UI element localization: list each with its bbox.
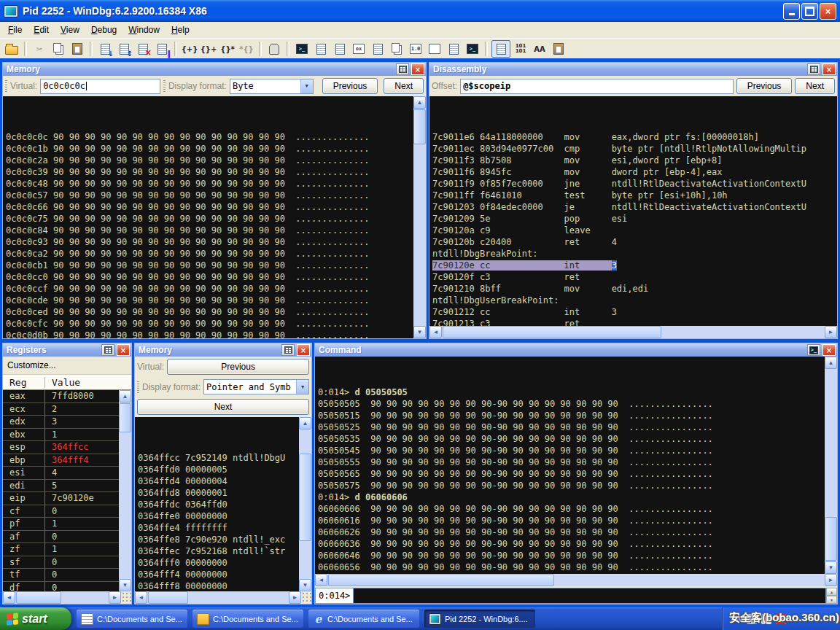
register-row[interactable]: zf1 <box>3 543 119 556</box>
assembly-options-icon[interactable]: 101 101 <box>512 41 529 57</box>
virtual-address-input[interactable]: 0c0c0c0c <box>40 79 160 94</box>
scroll-up-icon[interactable]: ▲ <box>825 357 837 369</box>
vertical-scrollbar[interactable]: ▲ ▼ <box>299 417 311 591</box>
disassembly-listing[interactable]: 7c9011e6 64a118000000 mov eax,dword ptr … <box>429 96 837 326</box>
cut-icon[interactable]: ✂ <box>31 41 48 57</box>
source-mode-icon[interactable] <box>491 40 510 58</box>
scroll-right-icon[interactable]: ► <box>289 591 301 604</box>
menu-item[interactable]: Window <box>122 23 166 37</box>
close-icon[interactable]: × <box>822 63 836 75</box>
customize-button[interactable]: Customize... <box>3 357 131 375</box>
step-out-icon[interactable]: {}* <box>219 41 236 57</box>
vertical-scrollbar[interactable]: ▲ ▼ <box>119 390 131 591</box>
menu-item[interactable]: View <box>55 23 85 37</box>
command-window-icon[interactable]: >_ <box>293 41 311 57</box>
command-dock-icon[interactable]: >_ <box>807 344 820 356</box>
taskbar-task-button[interactable]: C:\Documents and Se... <box>77 610 187 628</box>
close-icon[interactable]: × <box>117 344 130 356</box>
scroll-up-icon[interactable]: ▲ <box>413 96 426 109</box>
next-button[interactable]: Next <box>137 399 309 415</box>
disassembly-row[interactable]: 7c901209 5e pop esi <box>432 213 837 225</box>
horizontal-scrollbar[interactable]: ◄ ► <box>429 326 837 338</box>
tray-icon[interactable] <box>761 614 771 624</box>
go-icon[interactable]: ↓ <box>96 41 114 57</box>
start-button[interactable]: start <box>0 607 71 630</box>
register-row[interactable]: sf0 <box>3 556 119 569</box>
horizontal-scrollbar[interactable]: ◄ ► <box>3 591 131 604</box>
disassembly-row[interactable]: 7c90120e cc int 3 <box>432 260 837 271</box>
command-panel-titlebar[interactable]: Command >_ × <box>315 343 837 357</box>
memory2-panel-titlebar[interactable]: Memory × <box>135 343 311 357</box>
call-stack-window-icon[interactable] <box>388 41 405 57</box>
language-indicator[interactable]: EN <box>731 615 742 623</box>
break-icon[interactable] <box>265 41 283 57</box>
drag-grip[interactable] <box>137 381 139 393</box>
register-row[interactable]: edi5 <box>3 480 119 493</box>
previous-button[interactable]: Previous <box>736 78 793 94</box>
register-row[interactable]: eip7c90120e <box>3 492 119 505</box>
open-source-file-icon[interactable] <box>3 41 20 57</box>
drag-grip[interactable] <box>5 80 7 92</box>
command-output[interactable]: 0:014> d 0505050505050505 90 90 90 90 90… <box>315 357 825 574</box>
dock-icon[interactable] <box>807 63 820 75</box>
close-button[interactable]: × <box>820 3 836 20</box>
scroll-up-icon[interactable]: ▲ <box>299 417 311 429</box>
taskbar-task-button[interactable]: e C:\Documents and Se... <box>308 610 419 628</box>
disassembly-row[interactable]: 7c90120f c3 ret <box>432 271 837 283</box>
tray-icon[interactable] <box>776 614 786 624</box>
options-icon[interactable] <box>550 41 567 57</box>
restore-button[interactable] <box>801 3 818 20</box>
horizontal-scrollbar[interactable]: ◄ ► <box>315 574 837 586</box>
command-browser-icon[interactable]: >_ <box>464 41 481 57</box>
display-format-select[interactable]: Pointer and Symb ▼ <box>203 379 309 394</box>
disassembly-row[interactable]: 7c9011f9 0f85f7ec0000 jne ntdll!RtlDeact… <box>432 178 837 190</box>
register-row[interactable]: tf0 <box>3 569 119 582</box>
disassembly-row[interactable]: 7c9011ec 803d94e0977c00 cmp byte ptr [nt… <box>432 143 837 155</box>
register-row[interactable]: ecx2 <box>3 403 119 416</box>
memory-window-icon[interactable] <box>369 41 386 57</box>
dock-icon[interactable] <box>396 63 409 75</box>
register-row[interactable]: esp364ffcc <box>3 441 119 454</box>
paste-icon[interactable] <box>69 41 86 57</box>
menu-item[interactable]: Debug <box>85 23 122 37</box>
menu-item[interactable]: Edit <box>28 23 55 37</box>
scratch-pad-icon[interactable] <box>426 41 443 57</box>
scroll-left-icon[interactable]: ◄ <box>135 591 147 604</box>
command-history-spinner[interactable]: ▲▼ <box>826 588 837 604</box>
scroll-left-icon[interactable]: ◄ <box>429 326 442 338</box>
disassembly-row[interactable]: 7c901203 0f84edec0000 je ntdll!RtlDeacti… <box>432 201 837 213</box>
chevron-down-icon[interactable]: ▼ <box>296 380 308 394</box>
register-row[interactable]: ebp364fff4 <box>3 454 119 467</box>
scroll-left-icon[interactable]: ◄ <box>315 574 327 586</box>
previous-button[interactable]: Previous <box>167 359 309 375</box>
display-format-select[interactable]: Byte ▼ <box>230 79 314 94</box>
menu-item[interactable]: Help <box>166 23 195 37</box>
offset-input[interactable]: @$scopeip <box>460 79 733 94</box>
watch-window-icon[interactable] <box>312 41 330 57</box>
detach-icon[interactable]: ‖ <box>153 41 171 57</box>
resize-grip[interactable] <box>121 591 131 604</box>
chevron-down-icon[interactable]: ▼ <box>300 79 313 93</box>
scroll-right-icon[interactable]: ► <box>825 574 837 586</box>
next-button[interactable]: Next <box>795 78 835 94</box>
scroll-up-icon[interactable]: ▲ <box>119 390 131 402</box>
register-row[interactable]: eax7ffd8000 <box>3 390 119 403</box>
disassembly-row[interactable]: ntdll!DbgUserBreakPoint: <box>432 295 837 306</box>
resize-grip[interactable] <box>301 591 311 604</box>
scroll-down-icon[interactable]: ▼ <box>825 561 837 574</box>
dock-icon[interactable] <box>281 344 295 356</box>
vertical-scrollbar[interactable]: ▲ ▼ <box>413 96 426 338</box>
scroll-left-icon[interactable]: ◄ <box>3 591 15 604</box>
scroll-down-icon[interactable]: ▼ <box>299 579 311 591</box>
disassembly-row[interactable]: 7c9011f3 8b7508 mov esi,dword ptr [ebp+8… <box>432 155 837 166</box>
restart-icon[interactable]: ↕ <box>115 41 133 57</box>
vertical-scrollbar[interactable]: ▲ ▼ <box>825 357 837 574</box>
register-row[interactable]: esi4 <box>3 467 119 480</box>
step-into-icon[interactable]: {+} <box>181 41 198 57</box>
registers-panel-titlebar[interactable]: Registers × <box>3 343 131 357</box>
menu-item[interactable]: File <box>2 23 28 37</box>
memory2-dump[interactable]: 0364ffcc 7c952149 ntdll!DbgU0364ffd0 000… <box>135 417 299 591</box>
horizontal-scrollbar[interactable]: ◄ ► <box>135 591 311 604</box>
close-icon[interactable]: × <box>411 63 424 75</box>
run-to-cursor-icon[interactable]: *{} <box>238 41 255 57</box>
